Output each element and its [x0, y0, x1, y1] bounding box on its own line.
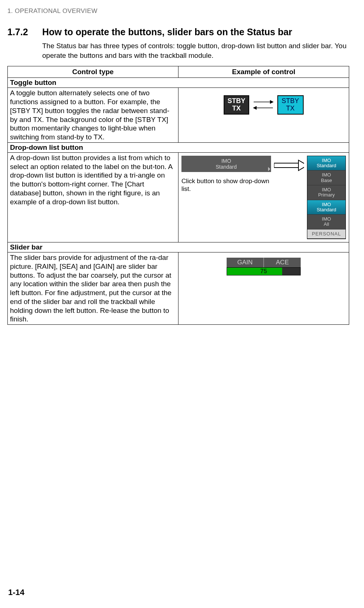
dd-btn-line2: Standard	[188, 164, 264, 170]
arrow-right-icon	[253, 99, 274, 105]
row-label-dropdown: Drop-down list button	[8, 142, 349, 152]
section-number: 1.7.2	[7, 27, 42, 37]
list-item-line1: IMO	[312, 172, 341, 178]
slider-example: GAIN ACE 75	[178, 252, 349, 325]
section-heading: 1.7.2 How to operate the buttons, slider…	[7, 27, 349, 37]
row-label-slider: Slider bar	[8, 242, 349, 252]
list-item-line1: IMO	[312, 187, 341, 192]
list-item: IMO Base	[307, 171, 345, 185]
list-item-line2: Base	[312, 178, 341, 183]
chapter-header: 1. OPERATIONAL OVERVIEW	[7, 7, 349, 15]
dropdown-caption: Click button to show drop-down list.	[181, 177, 271, 193]
list-item: IMO Standard	[307, 156, 345, 171]
col-head-control-type: Control type	[8, 66, 178, 78]
slider-head-gain: GAIN	[227, 258, 264, 267]
svg-marker-1	[270, 100, 274, 104]
toggle-arrows	[253, 99, 274, 110]
stby-light-line2: TX	[282, 105, 299, 112]
stby-tx-button-dark: STBY TX	[224, 95, 249, 115]
section-intro: The Status bar has three types of contro…	[42, 41, 349, 60]
slider-desc: The slider bars provide for adjustment o…	[8, 252, 178, 325]
list-item-line2: Standard	[312, 207, 341, 212]
list-item-line1: IMO	[312, 217, 341, 222]
list-item-line2: All	[312, 222, 341, 227]
list-item: IMO All	[307, 215, 345, 229]
arrow-left-icon	[253, 105, 274, 110]
list-item-line1: PERSONAL	[312, 231, 341, 237]
row-label-toggle: Toggle button	[8, 78, 349, 88]
gain-slider-bar: 75	[227, 267, 301, 275]
stby-tx-button-light: STBY TX	[277, 95, 304, 115]
dropdown-desc: A drop-down list button provides a list …	[8, 152, 178, 242]
toggle-desc: A toggle button alternately selects one …	[8, 88, 178, 143]
svg-marker-3	[253, 106, 257, 110]
slider-value: 75	[227, 268, 300, 275]
list-item-line1: IMO	[312, 202, 341, 207]
dd-btn-line1: IMO	[188, 158, 264, 164]
svg-marker-5	[298, 160, 304, 171]
toggle-example: STBY TX STBY TX	[178, 88, 349, 143]
stby-light-line1: STBY	[282, 98, 299, 105]
dropdown-list: IMO Standard IMO Base IMO Primary IMO St…	[307, 156, 346, 239]
list-item-line1: IMO	[312, 158, 341, 163]
list-item: IMO Primary	[307, 185, 345, 200]
stby-line1: STBY	[227, 98, 245, 105]
list-item-personal: PERSONAL	[307, 229, 345, 239]
list-item: IMO Standard	[307, 200, 345, 215]
section-title: How to operate the buttons, slider bars …	[42, 27, 292, 37]
list-item-line2: Standard	[312, 163, 341, 168]
arrow-right-thick-icon	[274, 159, 304, 171]
controls-table: Control type Example of control Toggle b…	[7, 66, 349, 325]
col-head-example: Example of control	[178, 66, 349, 78]
list-item-line2: Primary	[312, 192, 341, 198]
stby-line2: TX	[227, 105, 245, 112]
chart-database-button: IMO Standard	[181, 156, 271, 172]
slider-header: GAIN ACE	[227, 258, 301, 267]
slider-head-ace: ACE	[264, 258, 301, 267]
dropdown-example: IMO Standard Click button to show drop-d…	[178, 152, 349, 242]
svg-rect-4	[274, 163, 298, 168]
